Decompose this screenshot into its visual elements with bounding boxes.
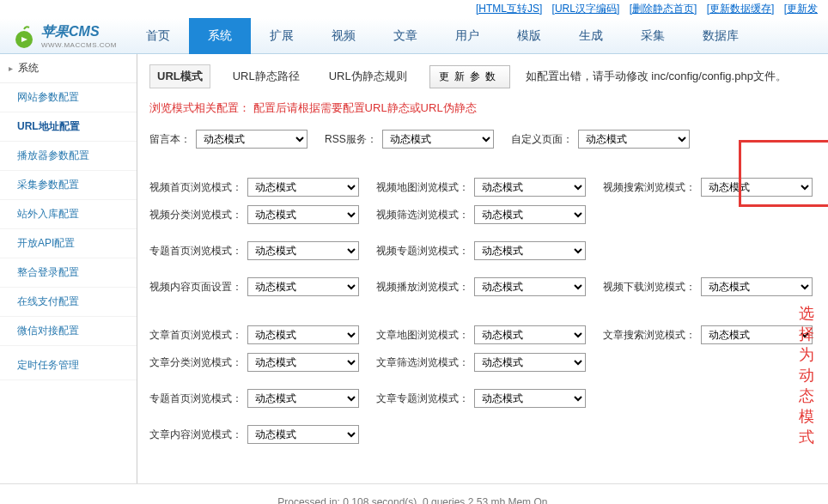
sidebar-item-7[interactable]: 在线支付配置 bbox=[0, 288, 137, 317]
label-art-filter: 文章筛选浏览模式： bbox=[376, 355, 469, 370]
select-topic-index[interactable]: 动态模式 bbox=[247, 241, 359, 260]
select-rss[interactable]: 动态模式 bbox=[382, 130, 494, 149]
form-grid: 留言本：动态模式 RSS服务：动态模式 自定义页面：动态模式 视频首页浏览模式：… bbox=[149, 130, 816, 444]
label-rss: RSS服务： bbox=[325, 132, 377, 147]
tab-0[interactable]: URL模式 bbox=[149, 64, 210, 88]
select-vod-index[interactable]: 动态模式 bbox=[247, 178, 359, 197]
select-custom-page[interactable]: 动态模式 bbox=[578, 130, 690, 149]
label-art-category: 文章分类浏览模式： bbox=[149, 355, 242, 370]
select-art-topic-index[interactable]: 动态模式 bbox=[247, 389, 359, 408]
label-art-map: 文章地图浏览模式： bbox=[376, 328, 469, 343]
main-nav: 首页系统扩展视频文章用户模版生成采集数据库 bbox=[127, 18, 758, 54]
collapse-icon[interactable]: ▸ bbox=[9, 64, 13, 73]
label-art-content: 文章内容浏览模式： bbox=[149, 428, 242, 442]
label-vod-filter: 视频筛选浏览模式： bbox=[376, 208, 469, 222]
nav-item-0[interactable]: 首页 bbox=[127, 18, 189, 54]
select-guestbook[interactable]: 动态模式 bbox=[196, 130, 307, 149]
select-vod-download[interactable]: 动态模式 bbox=[701, 277, 813, 296]
select-art-search[interactable]: 动态模式 bbox=[701, 325, 813, 344]
label-custom-page: 自定义页面： bbox=[511, 132, 573, 147]
nav-item-8[interactable]: 采集 bbox=[622, 18, 684, 54]
config-tip: 如配置出错，请手动修改 inc/config/config.php文件。 bbox=[526, 69, 787, 84]
nav-item-3[interactable]: 视频 bbox=[313, 18, 374, 54]
logo: 苹果CMS WWW.MACCMS.COM bbox=[0, 22, 127, 50]
content-area: URL模式URL静态路径URL伪静态规则 更新参数 如配置出错，请手动修改 in… bbox=[137, 54, 828, 483]
select-art-category[interactable]: 动态模式 bbox=[247, 353, 359, 372]
label-vod-content-set: 视频内容页面设置： bbox=[149, 280, 242, 295]
notice-text: 浏览模式相关配置： 配置后请根据需要配置URL静态或URL伪静态 bbox=[149, 100, 816, 116]
label-vod-category: 视频分类浏览模式： bbox=[149, 208, 242, 222]
sidebar-item-4[interactable]: 站外入库配置 bbox=[0, 200, 137, 229]
sidebar-item-8[interactable]: 微信对接配置 bbox=[0, 317, 137, 346]
nav-item-9[interactable]: 数据库 bbox=[684, 18, 758, 54]
nav-item-1[interactable]: 系统 bbox=[189, 18, 251, 54]
label-vod-map: 视频地图浏览模式： bbox=[376, 180, 469, 195]
label-guestbook: 留言本： bbox=[149, 132, 191, 147]
link-del-static[interactable]: [删除静态首页] bbox=[630, 3, 697, 15]
apple-icon bbox=[10, 22, 38, 50]
label-art-topic: 文章专题浏览模式： bbox=[376, 392, 469, 406]
sidebar: ▸ 系统 网站参数配置URL地址配置播放器参数配置采集参数配置站外入库配置开放A… bbox=[0, 54, 137, 483]
select-art-filter[interactable]: 动态模式 bbox=[474, 353, 586, 372]
nav-item-6[interactable]: 模版 bbox=[498, 18, 560, 54]
label-vod-index: 视频首页浏览模式： bbox=[149, 180, 242, 195]
select-vod-play[interactable]: 动态模式 bbox=[474, 277, 586, 296]
footer-status: Processed in: 0.108 second(s), 0 queries… bbox=[0, 483, 828, 504]
select-vod-search[interactable]: 动态模式 bbox=[701, 178, 813, 197]
label-vod-topic: 视频专题浏览模式： bbox=[376, 244, 469, 258]
update-params-button[interactable]: 更新参数 bbox=[429, 65, 510, 88]
sidebar-item-0[interactable]: 网站参数配置 bbox=[0, 83, 137, 112]
select-art-map[interactable]: 动态模式 bbox=[474, 325, 586, 344]
link-update-pub[interactable]: [更新发 bbox=[784, 3, 818, 15]
sidebar-item-3[interactable]: 采集参数配置 bbox=[0, 171, 137, 200]
select-vod-map[interactable]: 动态模式 bbox=[474, 178, 586, 197]
label-art-topic-index: 专题首页浏览模式： bbox=[149, 392, 242, 406]
link-html-js[interactable]: [HTML互转JS] bbox=[476, 3, 542, 15]
select-art-index[interactable]: 动态模式 bbox=[247, 325, 359, 344]
logo-subtitle: WWW.MACCMS.COM bbox=[41, 41, 117, 49]
tab-1[interactable]: URL静态路径 bbox=[226, 65, 307, 88]
label-topic-index: 专题首页浏览模式： bbox=[149, 244, 242, 258]
select-vod-topic[interactable]: 动态模式 bbox=[474, 241, 586, 260]
link-update-cache[interactable]: [更新数据缓存] bbox=[707, 3, 775, 15]
nav-item-5[interactable]: 用户 bbox=[436, 18, 498, 54]
tabs-row: URL模式URL静态路径URL伪静态规则 更新参数 如配置出错，请手动修改 in… bbox=[149, 64, 816, 88]
sidebar-item-6[interactable]: 整合登录配置 bbox=[0, 258, 137, 288]
label-vod-search: 视频搜索浏览模式： bbox=[603, 180, 696, 195]
top-links: [HTML互转JS] [URL汉字编码] [删除静态首页] [更新数据缓存] [… bbox=[0, 0, 828, 18]
nav-item-7[interactable]: 生成 bbox=[560, 18, 622, 54]
nav-item-4[interactable]: 文章 bbox=[374, 18, 436, 54]
sidebar-item-5[interactable]: 开放API配置 bbox=[0, 229, 137, 258]
label-vod-download: 视频下载浏览模式： bbox=[603, 280, 696, 295]
tab-2[interactable]: URL伪静态规则 bbox=[322, 65, 414, 88]
select-vod-filter[interactable]: 动态模式 bbox=[474, 205, 586, 224]
label-art-search: 文章搜索浏览模式： bbox=[603, 328, 696, 343]
sidebar-item-cron[interactable]: 定时任务管理 bbox=[0, 351, 137, 380]
select-art-content[interactable]: 动态模式 bbox=[247, 425, 359, 444]
link-url-encode[interactable]: [URL汉字编码] bbox=[552, 3, 620, 15]
label-art-index: 文章首页浏览模式： bbox=[149, 328, 242, 343]
sidebar-item-2[interactable]: 播放器参数配置 bbox=[0, 142, 137, 171]
logo-title: 苹果CMS bbox=[41, 23, 117, 41]
sidebar-heading: ▸ 系统 bbox=[0, 54, 137, 83]
select-art-topic[interactable]: 动态模式 bbox=[474, 389, 586, 408]
sidebar-item-1[interactable]: URL地址配置 bbox=[0, 112, 137, 142]
label-vod-play: 视频播放浏览模式： bbox=[376, 280, 469, 295]
header: 苹果CMS WWW.MACCMS.COM 首页系统扩展视频文章用户模版生成采集数… bbox=[0, 18, 828, 54]
select-vod-category[interactable]: 动态模式 bbox=[247, 205, 359, 224]
nav-item-2[interactable]: 扩展 bbox=[251, 18, 313, 54]
select-vod-content-set[interactable]: 动态模式 bbox=[247, 277, 359, 296]
